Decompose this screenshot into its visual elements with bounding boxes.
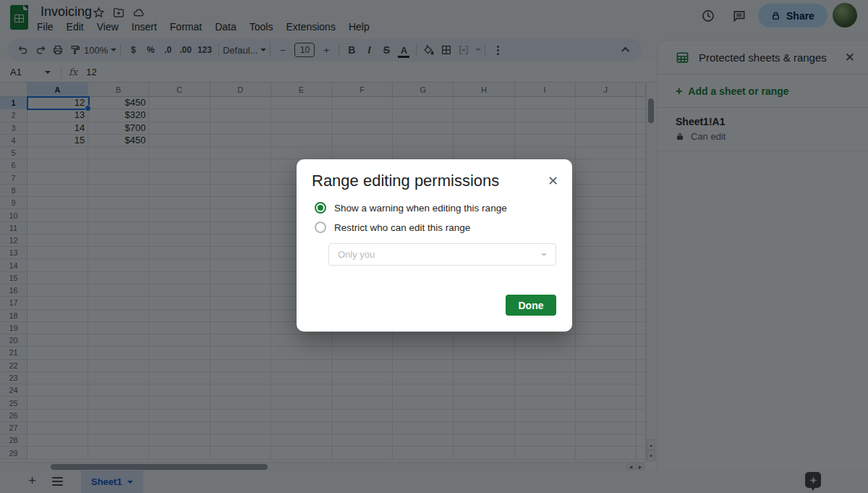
dialog-title: Range editing permissions: [312, 172, 499, 190]
show-warning-radio-option[interactable]: Show a warning when editing this range: [315, 202, 507, 214]
show-warning-label: Show a warning when editing this range: [334, 203, 507, 214]
dialog-close-icon[interactable]: ✕: [548, 173, 558, 189]
range-editing-permissions-dialog: Range editing permissions ✕ Show a warni…: [297, 159, 572, 332]
permission-dropdown[interactable]: Only you: [328, 243, 556, 266]
chevron-down-icon: [541, 253, 547, 256]
done-button[interactable]: Done: [506, 295, 556, 316]
restrict-edit-radio-option[interactable]: Restrict who can edit this range: [315, 222, 470, 233]
restrict-edit-label: Restrict who can edit this range: [334, 222, 470, 233]
radio-unselected-icon[interactable]: [315, 222, 326, 233]
permission-dropdown-value: Only you: [338, 249, 375, 260]
radio-selected-icon[interactable]: [315, 202, 326, 214]
